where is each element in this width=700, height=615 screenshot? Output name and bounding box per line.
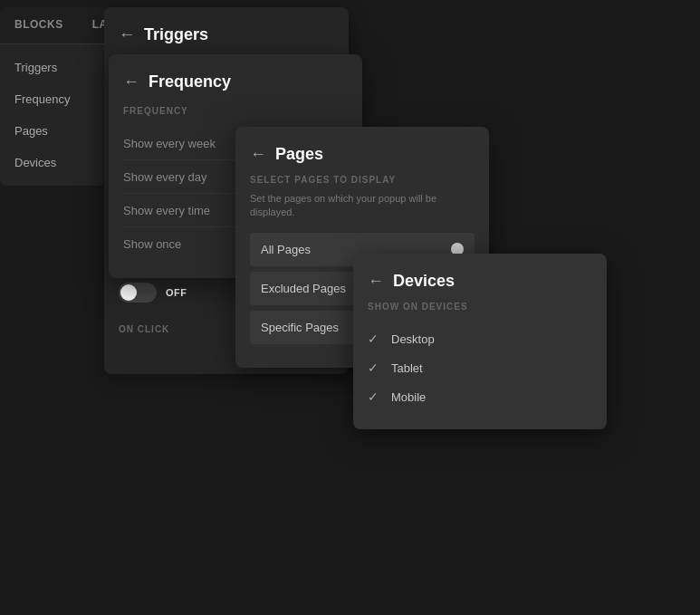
devices-header: ← Devices (368, 272, 592, 291)
freq-option-time-label: Show every time (123, 204, 210, 217)
freq-option-week-label: Show every week (123, 137, 216, 150)
pages-excluded-label: Excluded Pages (261, 282, 346, 295)
on-scroll-to-element-toggle[interactable] (119, 283, 157, 303)
frequency-section-label: FREQUENCY (123, 106, 348, 116)
tablet-check-icon: ✓ (368, 360, 382, 375)
devices-panel: ← Devices SHOW ON DEVICES ✓ Desktop ✓ Ta… (353, 254, 607, 429)
freq-option-once-label: Show once (123, 237, 181, 251)
triggers-title: Triggers (144, 25, 208, 44)
pages-header: ← Pages (250, 145, 475, 164)
devices-back-icon[interactable]: ← (368, 272, 384, 291)
tab-blocks[interactable]: BLOCKS (0, 7, 78, 43)
frequency-back-icon[interactable]: ← (123, 72, 139, 91)
pages-section-label: SELECT PAGES TO DISPLAY (250, 175, 475, 185)
device-tablet-label: Tablet (391, 361, 423, 375)
pages-description: Set the pages on which your popup will b… (250, 192, 475, 220)
toggle-knob-4 (120, 284, 137, 301)
pages-all-label: All Pages (261, 243, 311, 256)
device-option-tablet[interactable]: ✓ Tablet (368, 353, 592, 382)
desktop-check-icon: ✓ (368, 332, 382, 346)
back-arrow-icon[interactable]: ← (119, 25, 135, 44)
triggers-header: ← Triggers (119, 25, 334, 44)
device-option-mobile[interactable]: ✓ Mobile (368, 382, 592, 411)
frequency-header: ← Frequency (123, 72, 348, 91)
frequency-title: Frequency (149, 72, 231, 91)
pages-back-icon[interactable]: ← (250, 145, 266, 164)
devices-section-label: SHOW ON DEVICES (368, 302, 592, 312)
pages-specific-label: Specific Pages (261, 321, 339, 334)
device-desktop-label: Desktop (391, 332, 435, 346)
mobile-check-icon: ✓ (368, 389, 382, 404)
devices-title: Devices (393, 272, 455, 291)
on-scroll-to-element-toggle-label: OFF (166, 287, 187, 298)
pages-title: Pages (275, 145, 323, 164)
freq-option-day-label: Show every day (123, 170, 207, 184)
device-option-desktop[interactable]: ✓ Desktop (368, 324, 592, 353)
device-mobile-label: Mobile (391, 390, 426, 404)
